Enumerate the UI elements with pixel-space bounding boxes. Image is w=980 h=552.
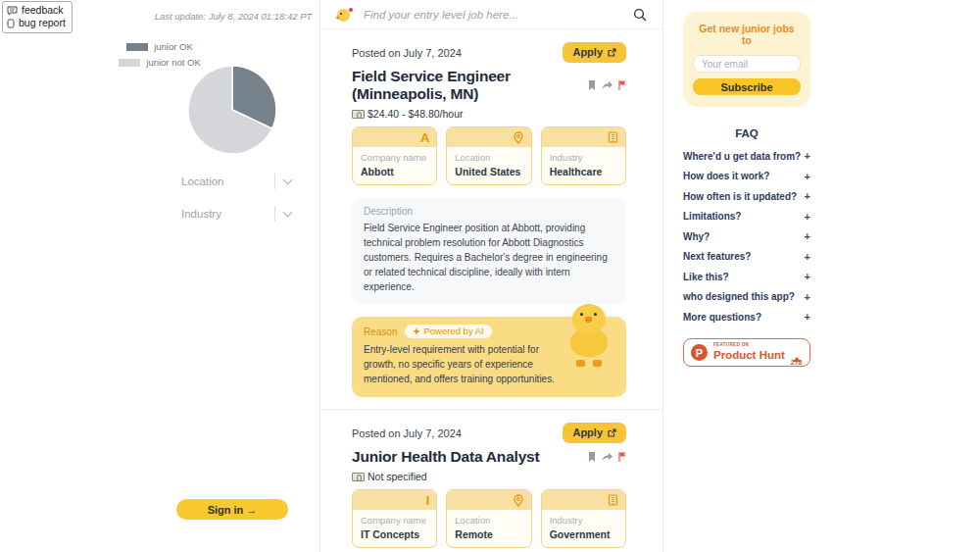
search-input[interactable] — [364, 9, 623, 21]
reason-box: Reason Powered by AI Entry-level require… — [352, 317, 626, 397]
company-label: Company name — [361, 515, 428, 526]
company-value: IT Concepts — [361, 528, 428, 540]
faq-item[interactable]: who designed this app? + — [683, 291, 810, 303]
feedback-box: feedback bug report — [2, 1, 73, 33]
share-icon[interactable] — [602, 453, 612, 462]
plus-icon: + — [805, 150, 810, 162]
company-value: Abbott — [361, 166, 428, 177]
subscribe-box: Get new junior jobs to Subscribe — [683, 12, 810, 107]
right-sidebar: Get new junior jobs to Subscribe FAQ Whe… — [663, 0, 980, 552]
location-filter-label: Location — [181, 176, 223, 187]
featured-on-label: FEATURED ON — [713, 343, 785, 348]
pie-chart — [187, 65, 277, 155]
apply-button[interactable]: Apply — [563, 42, 626, 63]
building-icon — [608, 131, 618, 143]
faq-item[interactable]: How does it work? + — [683, 171, 810, 182]
industry-filter-select[interactable]: Industry — [181, 206, 291, 222]
job-title: Junior Health Data Analyst — [352, 448, 539, 466]
powered-by-ai-badge: Powered by AI — [405, 325, 491, 338]
apply-button[interactable]: Apply — [563, 423, 626, 443]
product-hunt-badge[interactable]: P FEATURED ON Product Hunt 278 — [683, 338, 810, 367]
faq-item[interactable]: Why? + — [683, 230, 810, 242]
plus-icon: + — [805, 291, 810, 303]
subscribe-title: Get new junior jobs to — [693, 23, 801, 46]
job-card: Posted on July 7, 2024 Apply Junior Heal… — [320, 410, 662, 552]
legend-swatch — [119, 59, 140, 67]
legend-item: junior OK — [0, 41, 319, 52]
job-card: Posted on July 7, 2024 Apply Field Servi… — [320, 29, 662, 410]
legend-swatch — [126, 43, 148, 51]
sign-in-button[interactable]: Sign in → — [176, 499, 288, 520]
salary-text: $24.40 - $48.80/hour — [368, 108, 464, 120]
email-field[interactable] — [693, 55, 801, 73]
faq-question: who designed this app? — [683, 291, 795, 302]
company-initial-icon: A — [420, 131, 429, 144]
chevron-down-icon — [283, 176, 293, 185]
flag-icon[interactable] — [618, 452, 626, 462]
faq-list: Where'd u get data from? + How does it w… — [683, 150, 810, 323]
main-column: Posted on July 7, 2024 Apply Field Servi… — [319, 0, 663, 552]
faq-item[interactable]: Next features? + — [683, 251, 810, 263]
plus-icon: + — [805, 190, 810, 202]
plus-icon: + — [805, 271, 810, 282]
product-hunt-name: Product Hunt — [713, 350, 785, 362]
location-label: Location — [455, 515, 522, 526]
external-link-icon — [608, 48, 616, 57]
share-icon[interactable] — [602, 81, 612, 90]
plus-icon: + — [805, 171, 810, 182]
company-info-card: I Company name IT Concepts — [352, 489, 437, 548]
industry-filter-label: Industry — [181, 208, 221, 220]
faq-question: Where'd u get data from? — [683, 151, 801, 162]
faq-section: FAQ Where'd u get data from? + How does … — [683, 127, 810, 323]
bookmark-icon[interactable] — [588, 80, 596, 90]
industry-info-card: Industry Healthcare — [541, 126, 626, 185]
company-label: Company name — [361, 152, 428, 163]
chevron-down-icon — [283, 208, 293, 218]
bug-icon — [7, 19, 15, 28]
location-label: Location — [455, 152, 522, 163]
plus-icon: + — [805, 311, 810, 323]
building-icon — [608, 494, 618, 506]
flag-icon[interactable] — [618, 80, 626, 90]
upvote-count: 278 — [791, 340, 803, 366]
feedback-link[interactable]: feedback — [7, 4, 66, 17]
reason-label: Reason — [364, 326, 397, 337]
map-pin-icon — [513, 131, 524, 144]
company-initial-icon: I — [426, 494, 430, 507]
location-filter-select[interactable]: Location — [181, 174, 291, 189]
reason-text: Entry-level requirement with potential f… — [364, 342, 569, 386]
faq-question: Why? — [683, 231, 710, 242]
faq-title: FAQ — [683, 127, 810, 139]
faq-question: How often is it updated? — [683, 191, 797, 202]
faq-question: Limitations? — [683, 211, 741, 222]
posted-date: Posted on July 7, 2024 — [352, 427, 462, 439]
location-info-card: Location Remote — [446, 489, 531, 548]
company-info-card: A Company name Abbott — [352, 126, 437, 185]
faq-item[interactable]: More questions? + — [683, 311, 810, 323]
bug-report-link[interactable]: bug report — [7, 17, 66, 29]
feedback-label: feedback — [22, 4, 64, 17]
notification-dot — [348, 7, 354, 13]
faq-item[interactable]: Limitations? + — [683, 211, 810, 223]
subscribe-button[interactable]: Subscribe — [693, 78, 801, 95]
bookmark-icon[interactable] — [588, 452, 596, 462]
last-update-text: Last update: July 8, 2024 01:18:42 PT — [137, 11, 329, 23]
faq-item[interactable]: Where'd u get data from? + — [683, 150, 810, 162]
faq-item[interactable]: Like this? + — [683, 271, 810, 282]
location-value: United States — [455, 166, 522, 177]
plus-icon: + — [805, 230, 810, 242]
industry-value: Government — [550, 528, 617, 540]
faq-item[interactable]: How often is it updated? + — [683, 190, 810, 202]
jobs-list: Posted on July 7, 2024 Apply Field Servi… — [320, 29, 662, 552]
chick-logo-icon — [337, 7, 354, 23]
app-window: feedback bug report Last update: July 8,… — [0, 0, 980, 552]
apply-label: Apply — [572, 427, 603, 438]
faq-question: How does it work? — [683, 171, 769, 181]
job-title: Field Service Engineer (Minneapolis, MN) — [352, 68, 588, 103]
search-icon[interactable] — [633, 8, 647, 22]
map-pin-icon — [513, 494, 524, 507]
description-box: Description Field Service Engineer posit… — [352, 198, 626, 304]
money-icon — [352, 110, 365, 119]
speech-bubble-icon — [7, 6, 18, 16]
legend-label: junior OK — [154, 41, 193, 52]
